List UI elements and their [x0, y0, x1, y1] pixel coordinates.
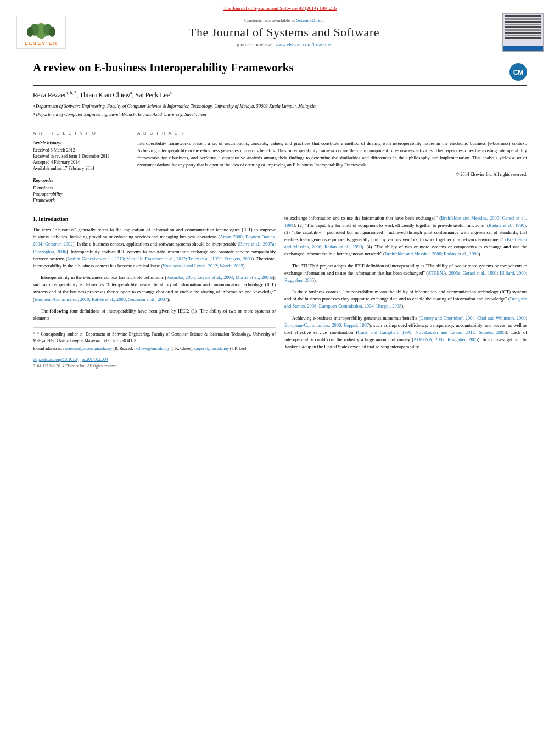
- thumb-line: [505, 35, 541, 36]
- crossmark-badge: CM: [509, 63, 527, 81]
- email1-name: (R. Rezaei),: [113, 346, 133, 351]
- thumb-line: [505, 26, 541, 28]
- journal-homepage: journal homepage: www.elsevier.com/locat…: [71, 42, 497, 47]
- history-item-1: Received 8 March 2012: [33, 148, 119, 153]
- abstract-col: A B S T R A C T Interoperability framewo…: [137, 131, 527, 203]
- header-center: Contents lists available at ScienceDirec…: [66, 18, 502, 47]
- svg-point-4: [27, 27, 33, 37]
- elsevier-text: ELSEVIER: [25, 41, 58, 46]
- body-col-left: 1. Introduction The term "e-business" ge…: [33, 215, 276, 369]
- para-r4-text: Achieving e-business interoperability ge…: [284, 315, 527, 351]
- thumb-line: [505, 37, 541, 39]
- journal-thumbnail: [502, 13, 544, 52]
- para-r3-text: In the e-business context, "interoperabi…: [284, 288, 527, 310]
- email3-link[interactable]: saipeck@um.edu.my: [194, 346, 229, 351]
- body-para-1: The term "e-business" generally refers t…: [33, 226, 276, 270]
- elsevier-tree-icon: [25, 20, 58, 40]
- affiliations: a Department of Software Engineering, Fa…: [33, 103, 527, 118]
- thumb-lines: [503, 14, 543, 46]
- ref-breitfelder-2000b[interactable]: Breitfelder and Messina, 2000; Radatz et…: [284, 237, 527, 249]
- body-para-r2: The ATHENA project adopts the IEEE defin…: [284, 263, 527, 284]
- author3-super: a: [170, 91, 172, 96]
- ref-kosanke[interactable]: Kosanke, 2006; Levine et al., 2003; Morr…: [166, 275, 273, 280]
- science-direct-line: Contents lists available at ScienceDirec…: [71, 18, 497, 23]
- science-direct-label: Contents lists available at: [244, 18, 295, 23]
- keyword-2: Interoperability: [33, 191, 119, 197]
- body-para-r1: to exchange information and to use the i…: [284, 215, 527, 258]
- elsevier-logo: ELSEVIER: [16, 16, 66, 49]
- history-item-2: Received in revised form 1 December 2013: [33, 154, 119, 159]
- affiliation-1: a Department of Software Engineering, Fa…: [33, 103, 527, 110]
- author3-name: , Sai Peck Lee: [132, 91, 170, 99]
- ref-ec-2010[interactable]: European-Commission, 2010; Ralyté et al.…: [35, 297, 167, 302]
- page: The Journal of Systems and Software 93 (…: [0, 0, 560, 742]
- crossmark-svg: CM: [509, 63, 527, 81]
- footnote-star-note: * * Corresponding author at: Department …: [33, 331, 276, 344]
- ref-radatz-1990[interactable]: Radatz et al., 1990: [489, 222, 524, 228]
- ref-curts[interactable]: Curts and Campbell, 1999; Novakouski and…: [357, 330, 506, 335]
- homepage-label: journal homepage:: [237, 42, 274, 47]
- ref-novakouski[interactable]: Novakouski and Lewis, 2012; Watch, 2005: [163, 263, 243, 269]
- body-para-r3: In the e-business context, "interoperabi…: [284, 288, 527, 310]
- thumb-line: [505, 32, 541, 34]
- thumb-line: [505, 18, 541, 20]
- author2-name: , Thiam Kian Chiew: [76, 91, 130, 99]
- email-label: E-mail addresses:: [33, 346, 62, 351]
- body-para-r4: Achieving e-business interoperability ge…: [284, 315, 527, 351]
- footnote-emails: E-mail addresses: rezarezaei@siswa.um.ed…: [33, 345, 276, 352]
- email2-link[interactable]: tkchiew@um.edu.my: [134, 346, 169, 351]
- footnote-section: * * Corresponding author at: Department …: [33, 327, 276, 369]
- science-direct-link[interactable]: ScienceDirect: [296, 18, 324, 23]
- main-content: A review on E-business Interoperability …: [0, 55, 560, 380]
- journal-title: The Journal of Systems and Software: [71, 25, 497, 40]
- email1-link[interactable]: rezarezaei@siswa.um.edu.my: [63, 346, 113, 351]
- body-two-col: 1. Introduction The term "e-business" ge…: [33, 209, 527, 369]
- body-para-3: The following four definitions of intero…: [33, 308, 276, 322]
- para-r2-text: The ATHENA project adopts the IEEE defin…: [284, 263, 527, 284]
- email2-name: (T.K. Chiew),: [171, 346, 194, 351]
- thumb-line: [505, 15, 541, 17]
- thumb-line: [505, 21, 541, 23]
- homepage-url[interactable]: www.elsevier.com/locate/jss: [275, 42, 331, 47]
- journal-header: The Journal of Systems and Software 93 (…: [0, 0, 560, 55]
- history-item-3: Accepted 4 February 2014: [33, 160, 119, 165]
- para-1-text: The term "e-business" generally refers t…: [33, 226, 276, 270]
- keywords-label: Keywords:: [33, 177, 119, 183]
- ref-breitfelder-2000c[interactable]: Breitfelder and Messina, 2000; Radatz et…: [385, 251, 479, 256]
- ref-jardim-2013[interactable]: Jardim-Goncalves et al., 2013; Mattiello…: [68, 256, 252, 261]
- thumb-line: [505, 29, 541, 31]
- author1-super: a, b, *: [66, 91, 77, 96]
- keyword-3: Framework: [33, 197, 119, 203]
- author1-name: Reza Rezaei: [33, 91, 66, 99]
- body-para-2: Interoperability in the e-business conte…: [33, 274, 276, 303]
- para-2-text: Interoperability in the e-business conte…: [33, 274, 276, 303]
- thumb-blue-bar: [503, 46, 543, 51]
- footnote-star-icon: *: [33, 332, 35, 337]
- affil-super-b: b: [33, 111, 35, 118]
- crossmark-icon: CM: [509, 63, 527, 81]
- ref-athena-2007[interactable]: ATHENA, 2007; Ruggaber, 2005: [413, 337, 478, 342]
- keyword-1: E-business: [33, 185, 119, 191]
- footnote-star-text: * Corresponding author at: Department of…: [33, 332, 276, 343]
- ref-benguria[interactable]: Benguria and Santos, 2008; European-Comm…: [284, 296, 527, 309]
- svg-text:CM: CM: [513, 69, 524, 76]
- abstract-text: Interoperability frameworks present a se…: [137, 140, 527, 169]
- ref-athena-2005[interactable]: ATHENA, 2005a; Geraci et al., 1991; Hill…: [284, 270, 527, 283]
- para-r1-text: to exchange information and to use the i…: [284, 215, 527, 258]
- email3-name: (S.P. Lee).: [230, 346, 247, 351]
- issn-line: 0164-1212/© 2014 Elsevier Inc. All right…: [33, 363, 276, 369]
- authors-line: Reza Rezaeia, b, *, Thiam Kian Chiewa, S…: [33, 91, 527, 99]
- body-col-right: to exchange information and to use the i…: [284, 215, 527, 369]
- thumb-line: [505, 24, 541, 25]
- affil-text-a: Department of Software Engineering, Facu…: [36, 103, 316, 110]
- journal-top-link[interactable]: The Journal of Systems and Software 93 (…: [11, 5, 549, 11]
- copyright-line: © 2014 Elsevier Inc. All rights reserved…: [137, 172, 527, 177]
- article-title-section: A review on E-business Interoperability …: [33, 61, 527, 86]
- article-info-col: A R T I C L E I N F O Article history: R…: [33, 131, 126, 203]
- abstract-label: A B S T R A C T: [137, 131, 527, 136]
- ref-carney[interactable]: Carney and Oberndorf, 2004; Choi and Whi…: [284, 315, 527, 328]
- article-title: A review on E-business Interoperability …: [33, 61, 504, 75]
- para-3-text: The following four definitions of intero…: [33, 308, 276, 322]
- doi-link[interactable]: http://dx.doi.org/10.1016/j.jss.2014.02.…: [33, 357, 108, 362]
- section1-heading: 1. Introduction: [33, 215, 276, 224]
